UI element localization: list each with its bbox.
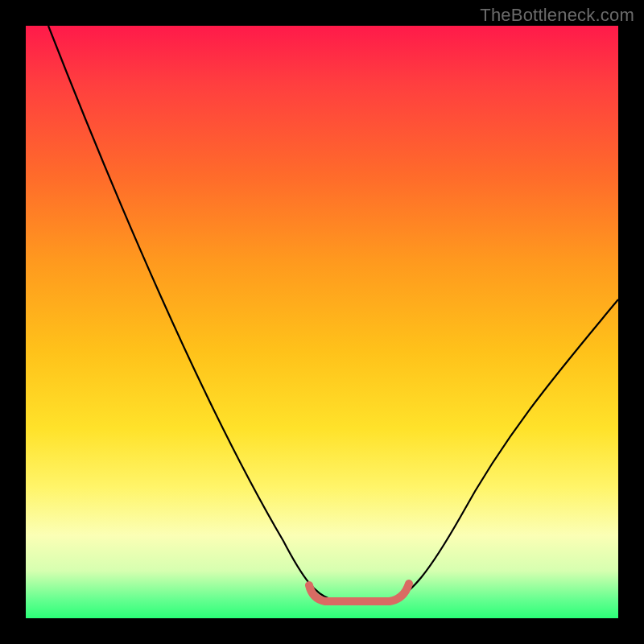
chart-frame: TheBottleneck.com xyxy=(0,0,644,644)
chart-svg xyxy=(26,26,618,618)
bottleneck-curve xyxy=(48,26,618,602)
watermark-text: TheBottleneck.com xyxy=(480,5,634,26)
optimal-range-marker xyxy=(309,584,409,601)
plot-area xyxy=(26,26,618,618)
